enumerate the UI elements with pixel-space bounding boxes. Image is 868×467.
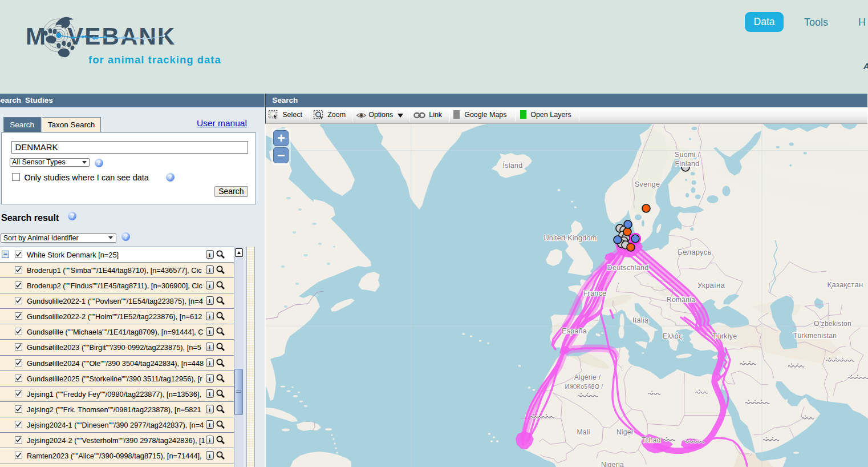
- svg-text:Suomi /: Suomi /: [675, 151, 700, 159]
- svg-text:Türkiye: Türkiye: [712, 332, 737, 340]
- svg-text:Sverige: Sverige: [635, 180, 660, 188]
- svg-text:Ελλάς: Ελλάς: [663, 332, 682, 340]
- svg-text:Mali: Mali: [577, 428, 590, 436]
- svg-text:Ísland: Ísland: [502, 161, 522, 170]
- svg-text:España: España: [562, 327, 587, 335]
- svg-text:Беларусь: Беларусь: [678, 248, 711, 256]
- svg-text:Nigeria: Nigeria: [601, 461, 624, 467]
- svg-text:Tchad: Tchad: [642, 436, 661, 444]
- svg-text:Deutschland: Deutschland: [607, 264, 649, 272]
- svg-text:M: M: [26, 23, 46, 50]
- svg-text:Türkmenistan: Türkmenistan: [793, 332, 837, 340]
- svg-text:O’zbekiston: O’zbekiston: [814, 320, 851, 328]
- svg-text:United Kingdom: United Kingdom: [543, 234, 597, 242]
- svg-text:Italia: Italia: [632, 316, 648, 324]
- svg-text:France: France: [583, 289, 607, 297]
- svg-text:România: România: [667, 296, 695, 304]
- svg-text:Finland: Finland: [675, 160, 699, 168]
- svg-text:Algérie /: Algérie /: [574, 373, 601, 381]
- svg-text:Niger: Niger: [616, 428, 634, 436]
- svg-text:ИЖЖо5§8О /: ИЖЖо5§8О /: [565, 383, 603, 390]
- svg-text:Қазақстан: Қазақстан: [828, 280, 863, 289]
- svg-text:Україна: Україна: [697, 281, 725, 289]
